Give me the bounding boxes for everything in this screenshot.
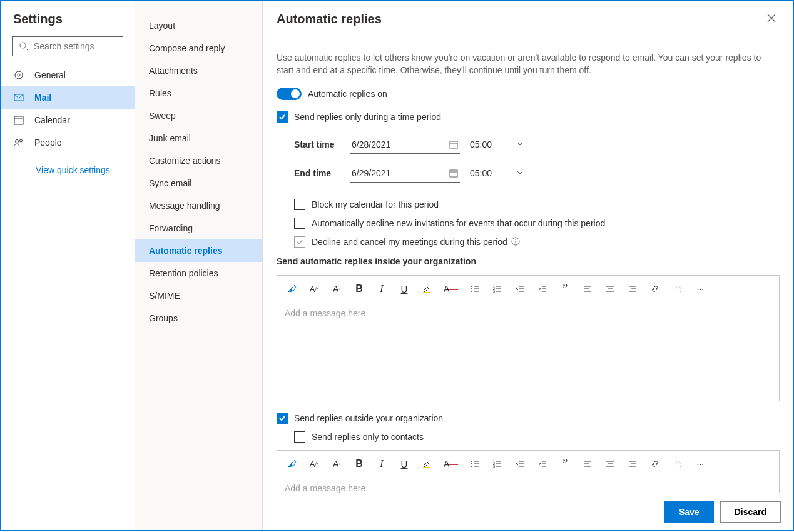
- clear-formatting-icon[interactable]: [286, 458, 297, 469]
- subnav-rules[interactable]: Rules: [135, 82, 262, 104]
- number-list-icon[interactable]: 123: [492, 459, 503, 469]
- bullet-list-icon[interactable]: [469, 459, 481, 469]
- category-mail[interactable]: Mail: [1, 86, 135, 109]
- clear-formatting-icon[interactable]: [286, 283, 297, 294]
- outside-org-editor: AA A◦ B I U A 123 ” ·: [277, 450, 780, 493]
- font-size-icon[interactable]: A◦: [331, 459, 342, 469]
- subnav-smime[interactable]: S/MIME: [135, 284, 262, 307]
- subnav-customize-actions[interactable]: Customize actions: [135, 149, 262, 172]
- unlink-icon[interactable]: [672, 459, 683, 469]
- svg-point-10: [16, 140, 19, 143]
- category-label: People: [34, 138, 62, 148]
- pane-description: Use automatic replies to let others know…: [277, 52, 780, 76]
- checkmark-icon: [278, 414, 286, 422]
- auto-replies-toggle[interactable]: [277, 88, 302, 100]
- view-quick-settings-link[interactable]: View quick settings: [1, 154, 135, 175]
- subnav-junk-email[interactable]: Junk email: [135, 127, 262, 149]
- indent-icon[interactable]: [537, 459, 548, 469]
- category-general[interactable]: General: [1, 64, 135, 86]
- quote-icon[interactable]: ”: [559, 283, 571, 296]
- subnav-compose-and-reply[interactable]: Compose and reply: [135, 37, 262, 59]
- category-people[interactable]: People: [1, 131, 135, 154]
- bold-icon[interactable]: B: [354, 458, 365, 469]
- start-date-input[interactable]: 6/28/2021: [350, 135, 460, 154]
- end-date-value: 6/29/2021: [352, 168, 390, 178]
- people-icon: [13, 137, 24, 148]
- svg-rect-16: [450, 170, 457, 177]
- bullet-list-icon[interactable]: [469, 284, 481, 294]
- save-button[interactable]: Save: [664, 501, 714, 523]
- align-right-icon[interactable]: [627, 284, 638, 294]
- mail-icon: [13, 92, 24, 103]
- align-right-icon[interactable]: [627, 459, 638, 469]
- bold-icon[interactable]: B: [354, 283, 365, 294]
- outdent-icon[interactable]: [514, 459, 526, 469]
- indent-icon[interactable]: [537, 284, 548, 294]
- search-settings-box[interactable]: [12, 36, 123, 56]
- outside-editor-toolbar: AA A◦ B I U A 123 ” ·: [277, 451, 779, 477]
- font-family-icon[interactable]: AA: [308, 284, 320, 294]
- auto-decline-label: Automatically decline new invitations fo…: [312, 218, 605, 228]
- close-button[interactable]: [763, 10, 780, 29]
- send-during-period-checkbox[interactable]: [277, 111, 288, 123]
- highlight-icon[interactable]: [421, 458, 432, 469]
- auto-replies-toggle-label: Automatic replies on: [308, 89, 387, 99]
- svg-rect-50: [423, 467, 430, 468]
- block-calendar-checkbox[interactable]: [294, 199, 305, 210]
- end-date-input[interactable]: 6/29/2021: [350, 164, 460, 183]
- more-icon[interactable]: ···: [695, 459, 706, 469]
- font-color-icon[interactable]: A: [444, 459, 458, 469]
- underline-icon[interactable]: U: [399, 284, 410, 294]
- chevron-down-icon: [516, 139, 524, 149]
- highlight-icon[interactable]: [421, 283, 432, 294]
- pane-title: Automatic replies: [277, 12, 382, 26]
- svg-text:3: 3: [493, 289, 495, 293]
- discard-button[interactable]: Discard: [720, 501, 781, 523]
- subnav-retention-policies[interactable]: Retention policies: [135, 262, 262, 284]
- subnav-attachments[interactable]: Attachments: [135, 59, 262, 82]
- send-during-period-row: Send replies only during a time period: [277, 111, 780, 123]
- subnav-sync-email[interactable]: Sync email: [135, 172, 262, 194]
- subnav-forwarding[interactable]: Forwarding: [135, 217, 262, 239]
- subnav-sweep[interactable]: Sweep: [135, 104, 262, 127]
- auto-decline-checkbox[interactable]: [294, 218, 305, 229]
- font-family-icon[interactable]: AA: [308, 459, 320, 469]
- subnav-groups[interactable]: Groups: [135, 307, 262, 329]
- outdent-icon[interactable]: [514, 284, 526, 294]
- italic-icon[interactable]: I: [376, 283, 387, 294]
- contacts-only-checkbox[interactable]: [294, 431, 305, 443]
- align-left-icon[interactable]: [582, 284, 593, 294]
- font-size-icon[interactable]: A◦: [331, 284, 342, 294]
- align-center-icon[interactable]: [604, 284, 616, 294]
- quote-icon[interactable]: ”: [559, 458, 571, 471]
- subnav-automatic-replies[interactable]: Automatic replies: [135, 239, 262, 262]
- svg-line-78: [680, 466, 682, 468]
- align-center-icon[interactable]: [604, 459, 616, 469]
- font-color-icon[interactable]: A: [444, 284, 458, 294]
- link-icon[interactable]: [649, 459, 661, 469]
- underline-icon[interactable]: U: [399, 459, 410, 469]
- link-icon[interactable]: [649, 284, 661, 294]
- unlink-icon[interactable]: [672, 284, 683, 294]
- number-list-icon[interactable]: 123: [492, 284, 503, 294]
- info-icon[interactable]: [511, 237, 520, 248]
- italic-icon[interactable]: I: [376, 458, 387, 469]
- svg-rect-5: [14, 116, 23, 124]
- block-calendar-row: Block my calendar for this period: [277, 199, 780, 210]
- category-calendar[interactable]: Calendar: [1, 109, 135, 131]
- start-time-select[interactable]: 05:00: [469, 135, 525, 154]
- inside-message-input[interactable]: Add a message here: [277, 302, 779, 401]
- subnav-message-handling[interactable]: Message handling: [135, 194, 262, 217]
- auto-replies-toggle-row: Automatic replies on: [277, 88, 780, 100]
- subnav-layout[interactable]: Layout: [135, 14, 262, 37]
- more-icon[interactable]: ···: [695, 284, 706, 294]
- search-settings-input[interactable]: [34, 41, 116, 51]
- outside-org-checkbox[interactable]: [277, 413, 288, 424]
- svg-point-11: [20, 139, 23, 142]
- outside-message-input[interactable]: Add a message here: [277, 477, 779, 493]
- decline-cancel-checkbox[interactable]: [294, 236, 305, 248]
- end-time-select[interactable]: 05:00: [469, 164, 525, 183]
- outside-org-label: Send replies outside your organization: [294, 413, 443, 423]
- align-left-icon[interactable]: [582, 459, 593, 469]
- decline-cancel-row: Decline and cancel my meetings during th…: [277, 236, 780, 248]
